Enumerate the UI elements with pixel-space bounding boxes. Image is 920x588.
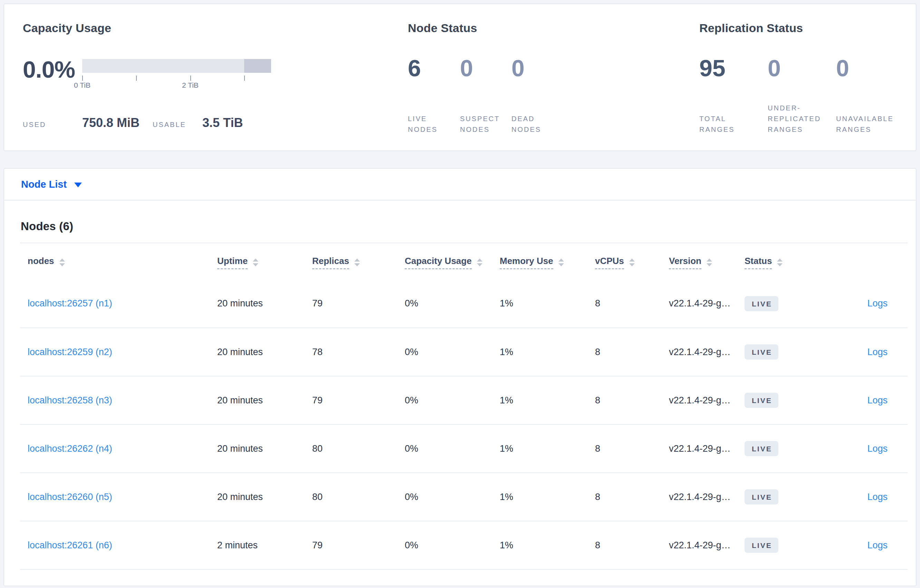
capacity-axis-tick-label: 0 TiB (74, 81, 91, 89)
column-header-label: Uptime (217, 256, 248, 269)
logs-link[interactable]: Logs (867, 540, 888, 550)
node-link[interactable]: localhost:26261 (n6) (28, 540, 112, 550)
node-cell: localhost:26258 (n3) (20, 376, 217, 425)
node-link[interactable]: localhost:26262 (n4) (28, 443, 112, 454)
capacity-axis-tick (244, 76, 245, 81)
status-cell: LIVE (745, 328, 828, 376)
summary-metric: 0SUSPECT NODES (460, 56, 512, 135)
capacity-axis-tick-label: 2 TiB (182, 81, 199, 89)
node-cell: localhost:26262 (n4) (20, 425, 217, 473)
memory-use-cell: 1% (500, 328, 595, 376)
uptime-cell: 20 minutes (217, 279, 312, 328)
metric-value: 0 (768, 56, 836, 80)
node-list-dropdown[interactable]: Node List (4, 169, 916, 200)
status-badge: LIVE (745, 489, 778, 504)
capacity-usage-cell: 0% (405, 328, 500, 376)
vcpus-cell: 8 (595, 521, 669, 569)
logs-cell: Logs (828, 279, 907, 328)
node-link[interactable]: localhost:26259 (n2) (28, 347, 112, 357)
used-value: 750.8 MiB (82, 116, 153, 130)
metric-value: 95 (699, 56, 768, 80)
logs-link[interactable]: Logs (867, 395, 888, 405)
capacity-axis-tick (190, 76, 191, 81)
node-link[interactable]: localhost:26257 (n1) (28, 298, 112, 309)
capacity-axis-tick (136, 76, 137, 81)
table-row: localhost:26258 (n3)20 minutes790%1%8v22… (20, 376, 907, 425)
logs-link[interactable]: Logs (867, 492, 888, 502)
column-header-replicas[interactable]: Replicas (312, 243, 405, 279)
node-status-title: Node Status (408, 21, 699, 35)
node-cell: localhost:26259 (n2) (20, 328, 217, 376)
capacity-usage-section: Capacity Usage 0.0% 0 TiB2 TiB USED 750.… (23, 21, 408, 150)
sort-arrows-icon[interactable] (59, 258, 65, 267)
memory-use-cell: 1% (500, 425, 595, 473)
memory-use-cell: 1% (500, 279, 595, 328)
version-cell: v22.1.4-29-g… (669, 279, 745, 328)
column-header-version[interactable]: Version (669, 243, 745, 279)
version-cell: v22.1.4-29-g… (669, 473, 745, 521)
node-cell: localhost:26257 (n1) (20, 279, 217, 328)
sort-arrows-icon[interactable] (777, 258, 782, 267)
sort-arrows-icon[interactable] (253, 258, 258, 267)
table-row: localhost:26257 (n1)20 minutes790%1%8v22… (20, 279, 907, 328)
column-header-capacity-usage[interactable]: Capacity Usage (405, 243, 500, 279)
status-badge: LIVE (745, 296, 778, 311)
sort-arrows-icon[interactable] (354, 258, 360, 267)
column-header-label: Replicas (312, 256, 349, 269)
table-row: localhost:26260 (n5)20 minutes800%1%8v22… (20, 473, 907, 521)
logs-cell: Logs (828, 473, 907, 521)
column-header-label: nodes (28, 256, 54, 269)
sort-arrows-icon[interactable] (559, 258, 564, 267)
column-header-vcpus[interactable]: vCPUs (595, 243, 669, 279)
metric-value: 0 (836, 56, 897, 80)
version-cell: v22.1.4-29-g… (669, 328, 745, 376)
chevron-down-icon (74, 183, 82, 187)
vcpus-cell: 8 (595, 279, 669, 328)
summary-metric: 95TOTAL RANGES (699, 56, 768, 135)
metric-label: DEAD NODES (512, 113, 552, 135)
version-cell: v22.1.4-29-g… (669, 425, 745, 473)
memory-use-cell: 1% (500, 521, 595, 569)
metric-value: 6 (408, 56, 460, 80)
capacity-usage-cell: 0% (405, 425, 500, 473)
replication-status-title: Replication Status (699, 21, 916, 35)
nodes-table: nodesUptimeReplicasCapacity UsageMemory … (20, 242, 907, 570)
column-header-label: vCPUs (595, 256, 624, 269)
capacity-usage-cell: 0% (405, 473, 500, 521)
node-list-dropdown-label: Node List (21, 179, 66, 190)
sort-arrows-icon[interactable] (629, 258, 635, 267)
sort-arrows-icon[interactable] (706, 258, 712, 267)
status-badge: LIVE (745, 441, 778, 456)
used-label: USED (23, 121, 82, 129)
status-badge: LIVE (745, 538, 778, 553)
uptime-cell: 20 minutes (217, 473, 312, 521)
memory-use-cell: 1% (500, 473, 595, 521)
status-badge: LIVE (745, 393, 778, 408)
column-header-logs (828, 243, 907, 279)
status-cell: LIVE (745, 279, 828, 328)
cluster-summary-card: Capacity Usage 0.0% 0 TiB2 TiB USED 750.… (3, 3, 917, 151)
version-cell: v22.1.4-29-g… (669, 521, 745, 569)
replicas-cell: 79 (312, 376, 405, 425)
metric-label: SUSPECT NODES (460, 113, 501, 135)
table-row: localhost:26262 (n4)20 minutes800%1%8v22… (20, 425, 907, 473)
node-link[interactable]: localhost:26258 (n3) (28, 395, 112, 405)
logs-link[interactable]: Logs (867, 347, 888, 357)
logs-link[interactable]: Logs (867, 443, 888, 454)
column-header-status[interactable]: Status (745, 243, 828, 279)
vcpus-cell: 8 (595, 425, 669, 473)
version-cell: v22.1.4-29-g… (669, 376, 745, 425)
node-link[interactable]: localhost:26260 (n5) (28, 492, 112, 502)
replicas-cell: 79 (312, 521, 405, 569)
logs-link[interactable]: Logs (867, 298, 888, 309)
column-header-nodes[interactable]: nodes (20, 243, 217, 279)
node-status-section: Node Status 6LIVE NODES0SUSPECT NODES0DE… (408, 21, 699, 150)
column-header-memory-use[interactable]: Memory Use (500, 243, 595, 279)
summary-metric: 0UNDER-REPLICATED RANGES (768, 56, 836, 135)
replicas-cell: 80 (312, 425, 405, 473)
uptime-cell: 2 minutes (217, 521, 312, 569)
metric-label: UNAVAILABLE RANGES (836, 113, 897, 135)
status-cell: LIVE (745, 473, 828, 521)
sort-arrows-icon[interactable] (477, 258, 483, 267)
column-header-uptime[interactable]: Uptime (217, 243, 312, 279)
